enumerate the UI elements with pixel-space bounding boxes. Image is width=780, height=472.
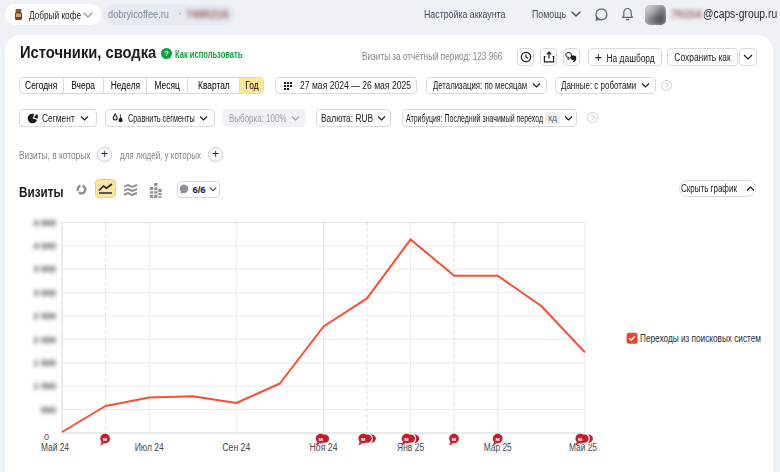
svg-text:м: м: [318, 436, 323, 442]
svg-text:м: м: [578, 436, 583, 442]
svg-text:м: м: [452, 436, 457, 442]
svg-text:м: м: [495, 436, 500, 442]
svg-text:м: м: [103, 436, 108, 442]
svg-text:м: м: [404, 436, 409, 442]
svg-text:м: м: [361, 436, 366, 442]
